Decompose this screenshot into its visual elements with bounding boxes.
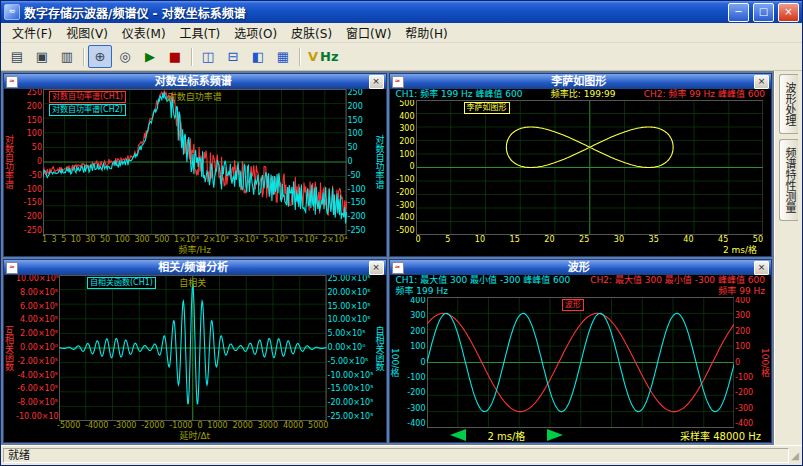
y-ticks-left: 5004003002001000-100-200-300-400-500: [390, 100, 416, 235]
measurement-header: CH1: 频率 199 Hz 峰峰值 600 频率比: 199:99 CH2: …: [390, 89, 772, 100]
tick-label: 0: [416, 235, 421, 245]
save-button[interactable]: ▣: [30, 45, 54, 68]
tick-label: -100: [735, 374, 759, 382]
tick-label: 300: [402, 312, 426, 320]
tick-label: -50: [16, 172, 42, 180]
tick-label: -10.00×10⁵: [16, 413, 58, 421]
tick-label: 100: [735, 343, 759, 351]
close-icon[interactable]: ×: [754, 261, 769, 275]
ch1-frequency-readout: 频率 199 Hz: [396, 286, 448, 297]
window-icon: ≈: [6, 76, 18, 88]
x-ticks: -5000-4000-3000-2000-1000010002000300040…: [57, 421, 329, 431]
tick-label: 0: [735, 359, 759, 367]
volts-icon: V: [308, 49, 318, 64]
menu-item-1[interactable]: 视图(V): [59, 23, 115, 42]
menu-item-2[interactable]: 仪表(M): [115, 23, 173, 42]
plot-canvas[interactable]: 李萨如图形: [416, 100, 764, 235]
window-icon: ≈: [6, 262, 18, 274]
child-titlebar[interactable]: ≈ 对数坐标系频谱 ×: [4, 74, 386, 89]
resize-grip-icon[interactable]: ◢: [791, 449, 800, 462]
cascade-button[interactable]: ◧: [246, 45, 270, 68]
tick-label: -250: [16, 227, 42, 235]
tick-label: -250: [348, 227, 374, 235]
menu-item-3[interactable]: 工具(T): [173, 23, 228, 42]
tick-label: 1×10³: [174, 235, 199, 245]
tick-label: 400: [402, 297, 426, 305]
waveform-footer: 2 ms/格 采样率 48000 Hz: [390, 428, 772, 442]
child-titlebar[interactable]: ≈ 波形 ×: [390, 260, 772, 275]
tick-label: 2000: [233, 421, 253, 431]
print-button[interactable]: ▥: [55, 45, 79, 68]
tick-label: 150: [348, 117, 374, 125]
tick-label: -100: [402, 374, 426, 382]
tick-label: 500: [391, 100, 415, 108]
side-tab-0[interactable]: 波形处理: [779, 74, 798, 134]
application-window: ≈ 数字存储示波器/频谱仪 - 对数坐标系频谱 − □ × 文件(F)视图(V)…: [0, 0, 803, 466]
close-icon[interactable]: ×: [754, 75, 769, 89]
tick-label: -200: [391, 189, 415, 197]
close-icon[interactable]: ×: [369, 261, 384, 275]
menu-item-7[interactable]: 帮助(H): [398, 23, 454, 42]
child-window-title: 相关/频谱分析: [20, 260, 367, 275]
child-titlebar[interactable]: ≈ 相关/频谱分析 ×: [4, 260, 386, 275]
close-button[interactable]: ×: [778, 3, 799, 22]
tick-label: 30: [85, 235, 95, 245]
menu-item-4[interactable]: 选项(O): [227, 23, 284, 42]
tile-vertical-button[interactable]: ◫: [196, 45, 220, 68]
title-bar[interactable]: ≈ 数字存储示波器/频谱仪 - 对数坐标系频谱 − □ ×: [1, 1, 802, 23]
child-window-lissajous: ≈ 李萨如图形 × CH1: 频率 199 Hz 峰峰值 600 频率比: 19…: [389, 73, 773, 257]
close-icon[interactable]: ×: [369, 75, 384, 89]
tick-label: 100: [115, 235, 130, 245]
tick-label: -20.00×10⁵: [328, 399, 374, 407]
scroll-right-arrow[interactable]: [547, 429, 563, 441]
menu-item-5[interactable]: 皮肤(S): [284, 23, 339, 42]
pan-tool-button[interactable]: ⊕: [88, 45, 112, 68]
tick-label: 30: [614, 235, 624, 245]
plot-canvas[interactable]: 波形: [427, 297, 735, 428]
ch1-readout: CH1: 频率 199 Hz 峰峰值 600: [396, 89, 523, 100]
timebase-readout: 2 ms/格: [488, 428, 526, 443]
tick-label: 40: [683, 235, 693, 245]
window-icon: ≈: [392, 262, 404, 274]
tick-label: 2.00×10⁵: [16, 330, 58, 338]
tick-label: 200: [16, 103, 42, 111]
tick-label: 20: [544, 235, 554, 245]
tick-label: 20.00×10⁵: [328, 289, 374, 297]
volts-hertz-control[interactable]: V Hz: [304, 49, 343, 64]
menu-item-6[interactable]: 窗口(W): [339, 23, 398, 42]
plot-canvas[interactable]: 对数自功率谱 对数自功率谱(CH1)对数自功率谱(CH2): [43, 89, 347, 235]
tick-label: -400: [391, 214, 415, 222]
x-axis-label: 频率/Hz: [4, 245, 386, 256]
tick-label: 200: [348, 103, 374, 111]
tick-label: 10: [71, 235, 81, 245]
tick-label: -300: [391, 202, 415, 210]
x-axis-label: 2 ms/格: [390, 245, 772, 256]
tick-label: 0: [16, 158, 42, 166]
tick-label: 8.00×10⁵: [16, 289, 58, 297]
tick-label: 250: [348, 89, 374, 97]
tick-label: 5: [61, 235, 66, 245]
tick-label: -400: [402, 420, 426, 428]
minimize-button[interactable]: −: [728, 3, 749, 22]
tile-horizontal-button[interactable]: ⊟: [221, 45, 245, 68]
x-ticks: 1351030501003005001×10³2×10³3×10³5×10³1×…: [42, 235, 348, 245]
side-tab-1[interactable]: 频谱特性测量: [779, 139, 798, 221]
grid-button[interactable]: ▦: [271, 45, 295, 68]
stop-button[interactable]: ■: [163, 45, 187, 68]
maximize-button[interactable]: □: [753, 3, 774, 22]
menu-item-0[interactable]: 文件(F): [5, 23, 59, 42]
tick-label: 500: [154, 235, 169, 245]
tick-label: 10.00×10⁵: [328, 316, 374, 324]
cursor-button[interactable]: ◎: [113, 45, 137, 68]
run-button[interactable]: ▶: [138, 45, 162, 68]
tick-label: -300: [402, 405, 426, 413]
plot-canvas[interactable]: 自相关 自相关函数(CH1): [59, 275, 327, 421]
tick-label: 10: [475, 235, 485, 245]
scroll-left-arrow[interactable]: [450, 429, 466, 441]
open-button[interactable]: ▤: [5, 45, 29, 68]
child-titlebar[interactable]: ≈ 李萨如图形 ×: [390, 74, 772, 89]
y-ticks-left: 250200150100500-50-100-150-200-250: [15, 89, 43, 235]
tick-label: 10.00×10⁵: [16, 275, 58, 283]
tick-label: -6.00×10⁵: [16, 385, 58, 393]
x-ticks: 05101520253035404550: [416, 235, 764, 245]
